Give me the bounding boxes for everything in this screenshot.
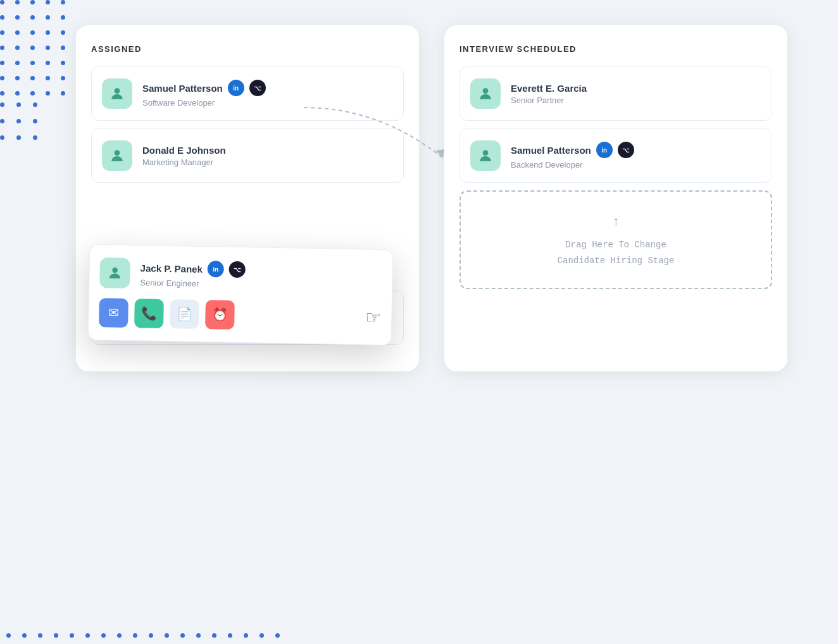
card-name-jack: Jack P. Panek in ⌥	[140, 259, 382, 280]
linkedin-badge-jack: in	[208, 261, 224, 277]
svg-point-4	[483, 150, 489, 156]
alert-action-button[interactable]: ⏰	[205, 300, 235, 330]
card-jack-top: Jack P. Panek in ⌥ Senior Engineer	[99, 257, 382, 293]
drop-zone[interactable]: ↑ Drag Here To ChangeCandidate Hiring St…	[460, 190, 772, 289]
mail-action-button[interactable]: ✉	[99, 298, 128, 328]
card-name-samuel-assigned: Samuel Patterson in ⌥	[142, 80, 393, 96]
card-info-samuel-interview: Samuel Patterson in ⌥ Backend Developer	[511, 142, 761, 170]
avatar-everett	[470, 78, 501, 109]
drop-zone-text: Drag Here To ChangeCandidate Hiring Stag…	[473, 237, 758, 269]
svg-point-0	[115, 88, 120, 94]
linkedin-badge-samuel-interview: in	[596, 142, 613, 158]
card-actions-jack: ✉ 📞 📄 ⏰ ☞	[99, 298, 382, 332]
avatar-samuel-interview	[470, 140, 501, 171]
card-role-jack: Senior Engineer	[140, 278, 382, 292]
assigned-title: ASSIGNED	[91, 44, 404, 54]
github-badge-samuel-interview: ⌥	[618, 142, 634, 158]
drag-arrow-svg	[291, 101, 456, 177]
card-name-everett: Everett E. Garcia	[511, 83, 761, 94]
card-info-everett: Everett E. Garcia Senior Partner	[511, 83, 761, 105]
card-samuel-interview[interactable]: Samuel Patterson in ⌥ Backend Developer	[460, 128, 772, 183]
phone-action-button[interactable]: 📞	[134, 299, 164, 328]
svg-marker-6	[435, 149, 444, 158]
drop-zone-arrow-icon: ↑	[473, 211, 758, 233]
card-name-samuel-interview: Samuel Patterson in ⌥	[511, 142, 761, 158]
drag-cursor-icon: ☞	[365, 302, 382, 331]
svg-point-1	[115, 150, 120, 156]
avatar-jack	[99, 257, 130, 288]
linkedin-badge-samuel-assigned: in	[228, 80, 244, 96]
card-role-everett: Senior Partner	[511, 96, 761, 105]
github-badge-jack: ⌥	[229, 261, 246, 278]
github-badge-samuel-assigned: ⌥	[249, 80, 266, 96]
card-everett[interactable]: Everett E. Garcia Senior Partner	[460, 66, 772, 121]
svg-point-3	[483, 88, 489, 94]
doc-action-button[interactable]: 📄	[170, 299, 199, 329]
card-jack-dragged[interactable]: Jack P. Panek in ⌥ Senior Engineer ✉ 📞 📄…	[88, 244, 394, 345]
card-role-samuel-interview: Backend Developer	[511, 160, 761, 170]
card-info-jack: Jack P. Panek in ⌥ Senior Engineer	[140, 259, 382, 292]
interview-title: INTERVIEW SCHEDULED	[460, 44, 772, 54]
avatar-donald	[102, 140, 132, 171]
svg-point-5	[112, 268, 118, 273]
dots-decoration-bottom-row	[6, 633, 832, 638]
interview-scheduled-column: INTERVIEW SCHEDULED Everett E. Garcia Se…	[444, 25, 787, 371]
avatar-samuel-assigned	[102, 78, 132, 109]
